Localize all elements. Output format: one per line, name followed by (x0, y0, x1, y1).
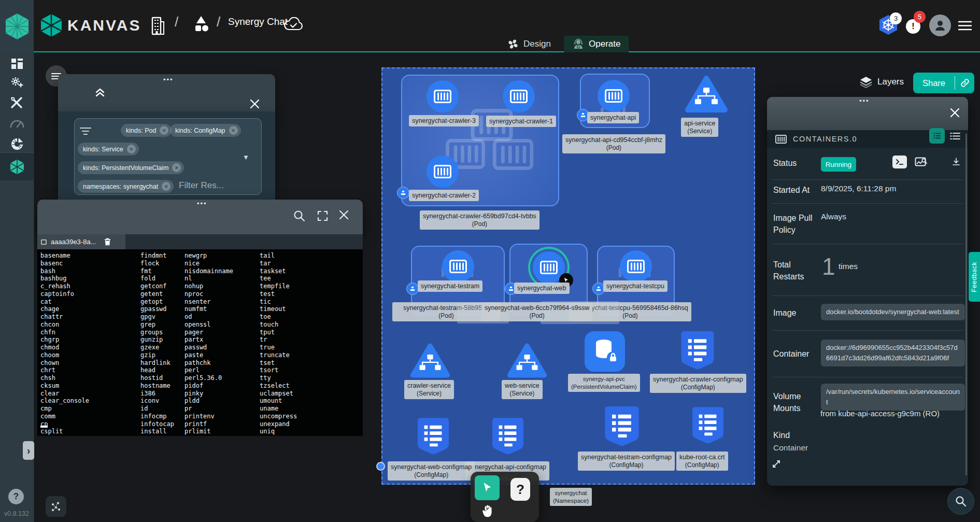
open-terminal-button[interactable] (892, 156, 907, 168)
select-tool-button[interactable] (475, 475, 500, 500)
zoom-search-button[interactable] (947, 488, 974, 515)
help-tool-button[interactable]: ? (510, 478, 530, 501)
sidebar-item-performance[interactable] (0, 113, 34, 134)
search-icon[interactable] (293, 210, 305, 222)
node-label: synergychat-testram (418, 280, 482, 292)
pod-icon[interactable] (427, 156, 459, 188)
pod-icon[interactable] (442, 250, 474, 283)
filter-funnel-icon (79, 127, 92, 135)
service-node-icon[interactable] (409, 342, 451, 382)
pod-status-badge (397, 187, 409, 199)
container-value[interactable]: docker://6d96990655cc952b4423304f3c57d66… (821, 340, 965, 366)
pan-tool-button[interactable] (478, 502, 498, 520)
kubernetes-context-button[interactable]: 3 (878, 15, 902, 36)
sidebar-item-lifecycle[interactable] (0, 72, 34, 93)
terminal-tab[interactable]: aaaa39e3-8a... (37, 234, 125, 249)
filter-input-placeholder[interactable]: Filter Res... (179, 180, 224, 191)
drag-handle-icon[interactable]: ••• (197, 200, 207, 207)
sidebar-expand-handle[interactable]: › (23, 441, 34, 460)
collapse-chevrons-icon[interactable] (94, 87, 106, 98)
total-restarts-suffix: times (839, 262, 858, 271)
trash-icon[interactable] (104, 238, 111, 246)
drag-handle-icon[interactable]: ••• (163, 76, 174, 83)
designs-icon[interactable] (193, 15, 209, 34)
filter-dropdown-caret-icon[interactable]: ▼ (243, 153, 249, 161)
organization-icon[interactable] (150, 15, 165, 35)
question-mark-icon: ? (516, 482, 524, 498)
volume-mounts-value[interactable]: /var/run/secrets/kubernetes.io/serviceac… (821, 384, 965, 411)
download-button[interactable] (949, 155, 963, 168)
expand-panel-icon[interactable] (772, 460, 780, 468)
configmap-node-icon[interactable] (692, 406, 723, 447)
kanvas-active-icon (10, 159, 24, 175)
sidebar-item-dashboard[interactable] (0, 53, 34, 74)
sidebar-item-extensions[interactable] (0, 134, 34, 154)
filter-chip-label: kinds: ConfigMap (175, 127, 225, 134)
canvas-quick-action-button[interactable] (46, 496, 66, 517)
configmap-node-icon[interactable] (605, 406, 639, 449)
pod-icon[interactable] (598, 80, 630, 112)
chip-remove-icon[interactable]: × (160, 126, 168, 135)
list-view-button[interactable] (948, 130, 962, 142)
volume-mounts-source: from kube-api-access-g9c9m (RO) (820, 409, 940, 418)
close-icon[interactable] (250, 99, 260, 109)
list-icon (950, 132, 960, 140)
tab-operate[interactable]: Operate (564, 36, 629, 52)
pod-icon[interactable] (620, 250, 652, 283)
filter-drawer-header[interactable]: ••• (58, 74, 275, 111)
image-value[interactable]: docker.io/bootdotdev/synergychat-web:lat… (821, 304, 965, 320)
divider (772, 330, 963, 331)
kanvas-app: synergychat-crawler-3 synergychat-crawle… (0, 0, 980, 522)
design-name-breadcrumb[interactable]: Synergy Chat (228, 16, 288, 27)
close-icon[interactable] (949, 107, 960, 118)
download-icon (951, 157, 961, 166)
app-menu-button[interactable] (958, 21, 972, 31)
terminal-header[interactable]: ••• (37, 200, 363, 234)
meshery-logo-tile[interactable] (0, 0, 34, 52)
sidebar-item-kanvas-active[interactable] (0, 152, 34, 181)
notifications-button[interactable]: ! 5 (906, 12, 927, 34)
view-logs-button[interactable] (914, 155, 928, 168)
edge-anchor-dot[interactable] (376, 462, 385, 471)
tab-design[interactable]: Design (499, 36, 559, 52)
layers-button[interactable]: Layers (859, 76, 904, 88)
filter-chip[interactable]: namespaces: synergychat × (78, 180, 174, 193)
kanvas-logo[interactable]: KANVAS (40, 13, 141, 37)
pvc-node-icon[interactable] (585, 331, 625, 372)
filter-chip[interactable]: kinds: ConfigMap × (170, 124, 241, 137)
label-line1: synergychat-api-configmap (468, 463, 546, 471)
share-button[interactable]: Share (913, 78, 955, 88)
pod-icon[interactable] (503, 80, 535, 112)
format-toggle-button[interactable] (929, 128, 945, 144)
alert-count-badge: 5 (914, 11, 926, 23)
service-node-icon[interactable] (506, 342, 548, 382)
label-line2: (Namespace) (553, 497, 589, 505)
copy-link-button[interactable] (955, 78, 974, 88)
filter-chip[interactable]: kinds: Pod × (121, 124, 172, 137)
fullscreen-icon[interactable] (317, 210, 329, 222)
feedback-tab[interactable]: Feedback (969, 252, 980, 302)
help-button[interactable]: ? (8, 489, 24, 504)
chip-remove-icon[interactable]: × (229, 126, 238, 135)
configmap-node-icon[interactable] (492, 418, 523, 457)
filter-chip[interactable]: kinds: PersistentVolumeClaim × (78, 161, 184, 174)
pod-icon[interactable] (427, 80, 459, 112)
terminal-column-4: tail tar taskset tee tempfile test tic t… (260, 252, 297, 435)
top-navbar (0, 0, 980, 51)
details-panel-header[interactable]: ••• (767, 97, 968, 130)
chip-remove-icon[interactable]: × (162, 182, 171, 191)
close-icon[interactable] (338, 209, 349, 220)
connections-icon (10, 137, 24, 151)
sidebar-item-configuration[interactable] (0, 92, 34, 113)
chip-remove-icon[interactable]: × (172, 163, 181, 172)
configmap-node-icon[interactable] (418, 418, 449, 457)
drag-handle-icon[interactable]: ••• (859, 97, 870, 105)
panel-scrollbar[interactable] (965, 133, 967, 475)
configmap-node-icon[interactable] (681, 331, 714, 372)
node-label: synergychat-web (514, 283, 570, 294)
filter-chip[interactable]: kinds: Service × (78, 143, 139, 156)
service-node-icon[interactable] (684, 74, 729, 117)
configmap-label: synergychat-web-configmap (ConfigMap) (388, 461, 475, 481)
chip-remove-icon[interactable]: × (127, 145, 136, 153)
user-avatar[interactable] (929, 15, 951, 36)
